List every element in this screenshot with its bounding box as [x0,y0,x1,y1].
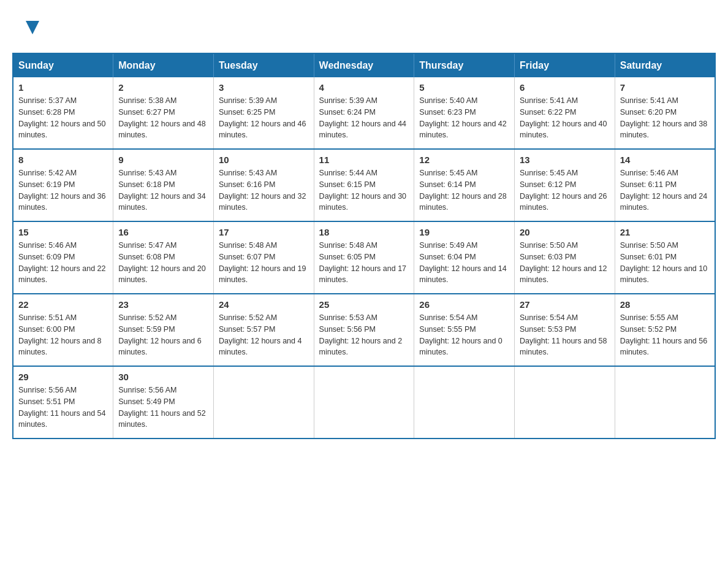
day-info: Sunrise: 5:41 AM Sunset: 6:20 PM Dayligh… [620,95,710,141]
day-info: Sunrise: 5:48 AM Sunset: 6:07 PM Dayligh… [219,240,309,286]
day-info: Sunrise: 5:41 AM Sunset: 6:22 PM Dayligh… [520,95,610,141]
day-number: 25 [319,299,409,310]
calendar-cell: 28 Sunrise: 5:55 AM Sunset: 5:52 PM Dayl… [615,294,715,366]
calendar-cell: 21 Sunrise: 5:50 AM Sunset: 6:01 PM Dayl… [615,221,715,294]
day-info: Sunrise: 5:44 AM Sunset: 6:15 PM Dayligh… [319,167,409,213]
day-number: 1 [18,82,108,93]
day-info: Sunrise: 5:43 AM Sunset: 6:16 PM Dayligh… [219,167,309,213]
calendar-cell: 9 Sunrise: 5:43 AM Sunset: 6:18 PM Dayli… [113,149,214,221]
day-number: 30 [118,372,208,382]
day-info: Sunrise: 5:43 AM Sunset: 6:18 PM Dayligh… [118,167,208,213]
day-info: Sunrise: 5:45 AM Sunset: 6:14 PM Dayligh… [419,167,509,213]
day-info: Sunrise: 5:53 AM Sunset: 5:56 PM Dayligh… [319,312,409,358]
calendar-cell: 27 Sunrise: 5:54 AM Sunset: 5:53 PM Dayl… [515,294,615,366]
page-header [12,12,716,40]
day-number: 7 [620,82,710,93]
day-info: Sunrise: 5:38 AM Sunset: 6:27 PM Dayligh… [118,95,208,141]
day-number: 17 [219,227,309,237]
day-info: Sunrise: 5:52 AM Sunset: 5:59 PM Dayligh… [118,312,208,358]
day-info: Sunrise: 5:50 AM Sunset: 6:03 PM Dayligh… [520,240,610,286]
calendar-cell [414,366,515,439]
day-info: Sunrise: 5:46 AM Sunset: 6:09 PM Dayligh… [18,240,108,286]
day-number: 24 [219,299,309,310]
logo-top-row [25,18,39,34]
day-number: 20 [520,227,610,237]
calendar-week-row: 29 Sunrise: 5:56 AM Sunset: 5:51 PM Dayl… [13,366,715,439]
calendar-week-row: 22 Sunrise: 5:51 AM Sunset: 6:00 PM Dayl… [13,294,715,366]
calendar-cell: 12 Sunrise: 5:45 AM Sunset: 6:14 PM Dayl… [414,149,515,221]
day-info: Sunrise: 5:47 AM Sunset: 6:08 PM Dayligh… [118,240,208,286]
day-number: 29 [18,372,108,382]
day-header-wednesday: Wednesday [314,53,414,77]
calendar-cell: 19 Sunrise: 5:49 AM Sunset: 6:04 PM Dayl… [414,221,515,294]
day-info: Sunrise: 5:42 AM Sunset: 6:19 PM Dayligh… [18,167,108,213]
calendar-cell: 13 Sunrise: 5:45 AM Sunset: 6:12 PM Dayl… [515,149,615,221]
day-info: Sunrise: 5:37 AM Sunset: 6:28 PM Dayligh… [18,95,108,141]
day-header-saturday: Saturday [615,53,715,77]
calendar-cell: 8 Sunrise: 5:42 AM Sunset: 6:19 PM Dayli… [13,149,113,221]
calendar-cell: 20 Sunrise: 5:50 AM Sunset: 6:03 PM Dayl… [515,221,615,294]
calendar-cell [314,366,414,439]
calendar-cell [213,366,314,439]
day-number: 6 [520,82,610,93]
calendar-cell: 30 Sunrise: 5:56 AM Sunset: 5:49 PM Dayl… [113,366,214,439]
calendar-cell: 25 Sunrise: 5:53 AM Sunset: 5:56 PM Dayl… [314,294,414,366]
calendar-cell: 18 Sunrise: 5:48 AM Sunset: 6:05 PM Dayl… [314,221,414,294]
day-info: Sunrise: 5:40 AM Sunset: 6:23 PM Dayligh… [419,95,509,141]
calendar-cell: 24 Sunrise: 5:52 AM Sunset: 5:57 PM Dayl… [213,294,314,366]
day-number: 3 [219,82,309,93]
day-number: 9 [118,155,208,165]
calendar-cell: 14 Sunrise: 5:46 AM Sunset: 6:11 PM Dayl… [615,149,715,221]
calendar-cell: 7 Sunrise: 5:41 AM Sunset: 6:20 PM Dayli… [615,77,715,149]
day-number: 16 [118,227,208,237]
calendar-cell: 3 Sunrise: 5:39 AM Sunset: 6:25 PM Dayli… [213,77,314,149]
calendar-week-row: 8 Sunrise: 5:42 AM Sunset: 6:19 PM Dayli… [13,149,715,221]
day-info: Sunrise: 5:56 AM Sunset: 5:51 PM Dayligh… [18,385,108,431]
day-header-friday: Friday [515,53,615,77]
day-info: Sunrise: 5:49 AM Sunset: 6:04 PM Dayligh… [419,240,509,286]
day-info: Sunrise: 5:54 AM Sunset: 5:55 PM Dayligh… [419,312,509,358]
calendar-cell: 22 Sunrise: 5:51 AM Sunset: 6:00 PM Dayl… [13,294,113,366]
calendar-week-row: 15 Sunrise: 5:46 AM Sunset: 6:09 PM Dayl… [13,221,715,294]
day-info: Sunrise: 5:50 AM Sunset: 6:01 PM Dayligh… [620,240,710,286]
day-number: 10 [219,155,309,165]
day-number: 13 [520,155,610,165]
calendar-cell: 2 Sunrise: 5:38 AM Sunset: 6:27 PM Dayli… [113,77,214,149]
calendar-table: SundayMondayTuesdayWednesdayThursdayFrid… [12,53,716,439]
calendar-cell: 5 Sunrise: 5:40 AM Sunset: 6:23 PM Dayli… [414,77,515,149]
day-info: Sunrise: 5:54 AM Sunset: 5:53 PM Dayligh… [520,312,610,358]
calendar-cell: 16 Sunrise: 5:47 AM Sunset: 6:08 PM Dayl… [113,221,214,294]
day-info: Sunrise: 5:52 AM Sunset: 5:57 PM Dayligh… [219,312,309,358]
day-number: 27 [520,299,610,310]
logo [25,18,39,34]
calendar-cell: 6 Sunrise: 5:41 AM Sunset: 6:22 PM Dayli… [515,77,615,149]
calendar-header-row: SundayMondayTuesdayWednesdayThursdayFrid… [13,53,715,77]
calendar-cell [515,366,615,439]
day-number: 21 [620,227,710,237]
calendar-cell: 4 Sunrise: 5:39 AM Sunset: 6:24 PM Dayli… [314,77,414,149]
day-number: 26 [419,299,509,310]
day-number: 19 [419,227,509,237]
day-number: 22 [18,299,108,310]
svg-marker-0 [26,21,39,34]
day-header-monday: Monday [113,53,214,77]
day-number: 12 [419,155,509,165]
calendar-cell: 1 Sunrise: 5:37 AM Sunset: 6:28 PM Dayli… [13,77,113,149]
day-number: 4 [319,82,409,93]
day-number: 11 [319,155,409,165]
calendar-cell: 29 Sunrise: 5:56 AM Sunset: 5:51 PM Dayl… [13,366,113,439]
calendar-cell: 23 Sunrise: 5:52 AM Sunset: 5:59 PM Dayl… [113,294,214,366]
day-info: Sunrise: 5:55 AM Sunset: 5:52 PM Dayligh… [620,312,710,358]
day-number: 28 [620,299,710,310]
day-number: 8 [18,155,108,165]
calendar-cell: 26 Sunrise: 5:54 AM Sunset: 5:55 PM Dayl… [414,294,515,366]
day-info: Sunrise: 5:39 AM Sunset: 6:24 PM Dayligh… [319,95,409,141]
day-info: Sunrise: 5:56 AM Sunset: 5:49 PM Dayligh… [118,385,208,431]
calendar-cell: 17 Sunrise: 5:48 AM Sunset: 6:07 PM Dayl… [213,221,314,294]
day-number: 18 [319,227,409,237]
calendar-cell: 11 Sunrise: 5:44 AM Sunset: 6:15 PM Dayl… [314,149,414,221]
day-number: 15 [18,227,108,237]
calendar-week-row: 1 Sunrise: 5:37 AM Sunset: 6:28 PM Dayli… [13,77,715,149]
day-info: Sunrise: 5:51 AM Sunset: 6:00 PM Dayligh… [18,312,108,358]
day-header-sunday: Sunday [13,53,113,77]
